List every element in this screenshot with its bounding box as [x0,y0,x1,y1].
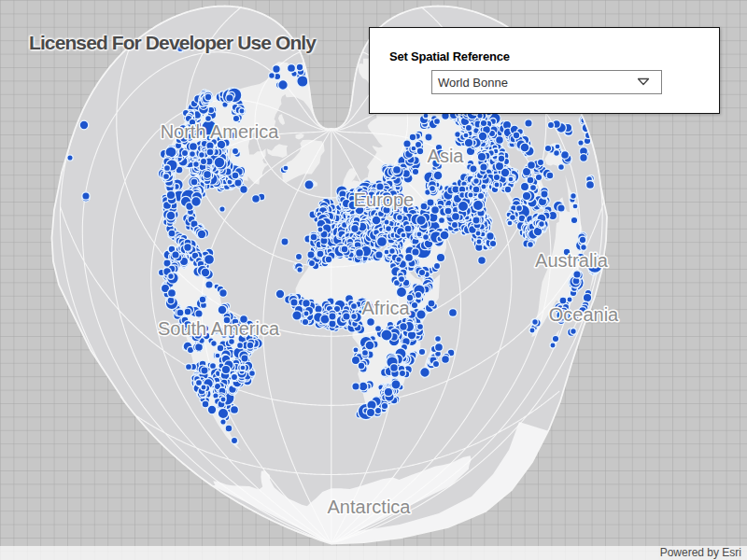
svg-text:Australia: Australia [535,250,609,271]
svg-text:South America: South America [158,318,280,339]
svg-text:Oceania: Oceania [549,304,619,325]
svg-text:Africa: Africa [361,298,410,318]
svg-text:North America: North America [161,121,280,142]
svg-text:Europe: Europe [354,189,415,210]
svg-text:Asia: Asia [428,146,465,166]
svg-text:Antarctica: Antarctica [328,497,412,517]
